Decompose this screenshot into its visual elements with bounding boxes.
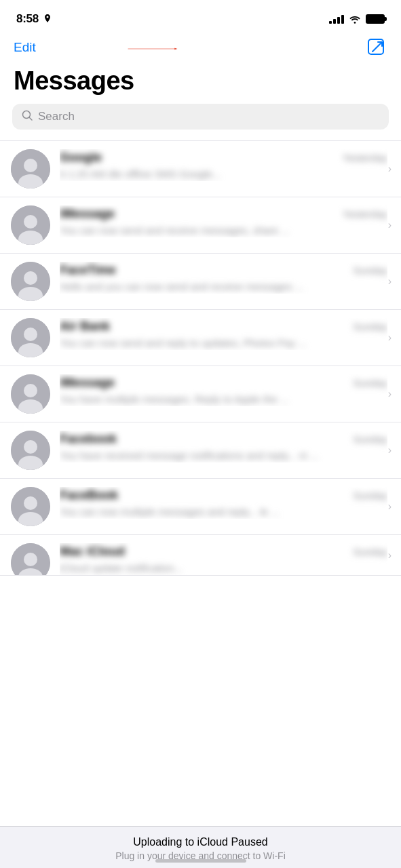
status-bar: 8:58 bbox=[0, 0, 401, 34]
message-item[interactable]: Facebook Sunday You have received messag… bbox=[0, 422, 401, 479]
contact-name: iMessage bbox=[60, 376, 347, 390]
message-content: iMessage Sunday You have multiple messag… bbox=[60, 374, 387, 406]
chevron-icon: › bbox=[388, 500, 392, 513]
message-time: Yesterday bbox=[343, 208, 387, 220]
avatar bbox=[11, 487, 50, 526]
message-item[interactable]: iMessage Sunday You have multiple messag… bbox=[0, 366, 401, 422]
svg-point-12 bbox=[24, 271, 37, 285]
message-time: Sunday bbox=[353, 490, 387, 501]
avatar bbox=[11, 149, 50, 189]
wifi-icon bbox=[349, 14, 361, 24]
contact-name: Air Bank bbox=[60, 319, 347, 334]
chevron-icon: › bbox=[388, 332, 392, 344]
message-item[interactable]: FaceTime Sunday Hello and you can now se… bbox=[0, 254, 401, 310]
svg-point-9 bbox=[24, 215, 37, 229]
message-content: Mac iCloud Sunday iCloud update notifica… bbox=[60, 543, 387, 575]
search-icon bbox=[22, 110, 33, 123]
message-time: Sunday bbox=[353, 546, 387, 557]
battery-icon bbox=[366, 14, 385, 24]
svg-point-18 bbox=[24, 384, 37, 397]
chevron-icon: › bbox=[388, 163, 392, 175]
location-icon bbox=[43, 14, 52, 24]
chevron-icon: › bbox=[388, 549, 392, 561]
message-preview: You can now send and receive messages, s… bbox=[60, 223, 387, 237]
banner-title: Uploading to iCloud Paused bbox=[14, 836, 387, 848]
message-header: iMessage Yesterday bbox=[60, 207, 387, 221]
message-time: Yesterday bbox=[343, 152, 387, 163]
message-item[interactable]: Google Yesterday It 1:25 AM dle offline … bbox=[0, 141, 401, 197]
chevron-icon: › bbox=[388, 219, 392, 231]
message-header: Mac iCloud Sunday bbox=[60, 545, 387, 559]
avatar bbox=[11, 431, 50, 470]
message-preview: It 1:25 AM dle offline SMS Google... bbox=[60, 167, 387, 181]
avatar bbox=[11, 543, 50, 576]
message-content: FaceBook Sunday You can now multiple mes… bbox=[60, 487, 387, 519]
avatar bbox=[11, 318, 50, 357]
svg-point-27 bbox=[24, 553, 37, 566]
message-preview: You have received message notifications … bbox=[60, 448, 387, 462]
contact-name: Google bbox=[60, 151, 337, 165]
nav-bar: Edit bbox=[0, 34, 401, 64]
status-time: 8:58 bbox=[16, 12, 39, 26]
message-content: Google Yesterday It 1:25 AM dle offline … bbox=[60, 149, 387, 181]
message-header: FaceBook Sunday bbox=[60, 488, 387, 502]
signal-icon bbox=[329, 14, 344, 24]
contact-name: FaceBook bbox=[60, 488, 347, 502]
edit-button[interactable]: Edit bbox=[14, 40, 36, 55]
chevron-icon: › bbox=[388, 444, 392, 456]
contact-name: iMessage bbox=[60, 207, 337, 221]
avatar bbox=[11, 205, 50, 245]
message-header: iMessage Sunday bbox=[60, 376, 387, 390]
avatar bbox=[11, 374, 50, 414]
message-header: FaceTime Sunday bbox=[60, 263, 387, 277]
message-header: Google Yesterday bbox=[60, 151, 387, 165]
svg-marker-1 bbox=[174, 48, 177, 50]
message-item[interactable]: FaceBook Sunday You can now multiple mes… bbox=[0, 479, 401, 535]
status-icons bbox=[329, 14, 385, 24]
chevron-icon: › bbox=[388, 388, 392, 400]
avatar bbox=[11, 262, 50, 301]
page-title: Messages bbox=[0, 64, 401, 104]
svg-point-6 bbox=[24, 159, 37, 172]
message-item[interactable]: Air Bank Sunday You can now send and rep… bbox=[0, 310, 401, 366]
search-bar[interactable]: Search bbox=[12, 104, 389, 130]
message-header: Facebook Sunday bbox=[60, 432, 387, 446]
compose-icon bbox=[367, 38, 386, 57]
svg-point-15 bbox=[24, 328, 37, 341]
svg-point-21 bbox=[24, 440, 37, 454]
message-time: Sunday bbox=[353, 377, 387, 389]
message-time: Sunday bbox=[353, 321, 387, 332]
message-item[interactable]: iMessage Yesterday You can now send and … bbox=[0, 197, 401, 254]
svg-point-24 bbox=[24, 496, 37, 510]
contact-name: Facebook bbox=[60, 432, 347, 446]
message-preview: You can now send and reply to updates, P… bbox=[60, 336, 387, 350]
message-preview: You have multiple messages. Reply to App… bbox=[60, 392, 387, 406]
home-indicator bbox=[155, 859, 246, 863]
message-content: Air Bank Sunday You can now send and rep… bbox=[60, 318, 387, 350]
message-header: Air Bank Sunday bbox=[60, 319, 387, 334]
message-preview: You can now multiple messages and reply.… bbox=[60, 505, 387, 519]
messages-list: Google Yesterday It 1:25 AM dle offline … bbox=[0, 140, 401, 576]
message-content: Facebook Sunday You have received messag… bbox=[60, 431, 387, 462]
message-content: FaceTime Sunday Hello and you can now se… bbox=[60, 262, 387, 294]
contact-name: FaceTime bbox=[60, 263, 347, 277]
message-time: Sunday bbox=[353, 264, 387, 276]
svg-line-4 bbox=[29, 117, 32, 120]
message-preview: Hello and you can now send and receive m… bbox=[60, 279, 387, 294]
message-content: iMessage Yesterday You can now send and … bbox=[60, 205, 387, 237]
message-item[interactable]: Mac iCloud Sunday iCloud update notifica… bbox=[0, 535, 401, 576]
message-time: Sunday bbox=[353, 433, 387, 445]
message-preview: iCloud update notification... bbox=[60, 561, 387, 575]
annotation-arrow bbox=[37, 48, 268, 50]
chevron-icon: › bbox=[388, 275, 392, 288]
contact-name: Mac iCloud bbox=[60, 545, 347, 559]
search-input-placeholder: Search bbox=[38, 110, 75, 123]
compose-button[interactable] bbox=[366, 37, 387, 58]
search-container: Search bbox=[0, 104, 401, 140]
